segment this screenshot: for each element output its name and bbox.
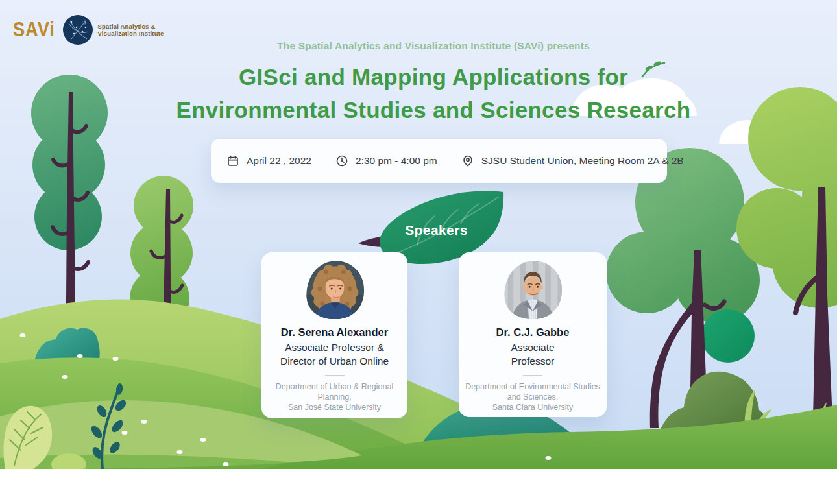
location-item: SJSU Student Union, Meeting Room 2A & 2B [461,154,684,167]
speaker-affiliation-line3: San José State University [261,402,407,413]
speaker-name: Dr. Serena Alexander [261,326,407,339]
speaker-name: Dr. C.J. Gabbe [459,326,607,339]
event-title-line1: GISci and Mapping Applications for [15,60,837,93]
footer: For more information contact savi-urbp@s… [0,469,837,504]
speaker-card: Dr. C.J. Gabbe Associate Professor Depar… [459,252,607,417]
event-info-bar: April 22 , 2022 2:30 pm - 4:00 pm SJSU S… [211,139,667,183]
logo-acronym: SAVi [13,18,55,42]
speaker-role: Associate Professor & Director of Urban … [261,341,407,368]
calendar-icon [226,154,239,167]
event-title-line2: Environmental Studies and Sciences Resea… [15,93,837,126]
speaker-affiliation: Department of Urban & Regional Planning,… [261,381,407,413]
date-item: April 22 , 2022 [226,154,311,167]
speaker-affiliation-line3: Santa Clara University [459,402,607,413]
card-divider [325,375,345,376]
speaker-role-line1: Associate Professor & [261,341,407,354]
event-time: 2:30 pm - 4:00 pm [356,155,437,167]
speakers-label: Speakers [383,222,490,238]
speaker-affiliation-line2: Planning, [261,392,407,402]
speaker-photo [502,259,564,321]
time-item: 2:30 pm - 4:00 pm [335,154,437,167]
card-divider [523,375,542,376]
event-title: GISci and Mapping Applications for Envir… [15,60,837,126]
location-pin-icon [461,154,474,167]
event-date: April 22 , 2022 [247,155,311,167]
speaker-photo [304,259,366,321]
speaker-role-line2: Director of Urban Online [261,354,407,368]
speaker-role: Associate Professor [459,341,607,368]
speaker-role-line2: Professor [459,354,607,368]
speaker-role-line1: Associate [459,341,607,354]
speaker-affiliation-line1: Department of Urban & Regional [261,381,407,392]
presents-tagline: The Spatial Analytics and Visualization … [15,40,837,52]
speaker-affiliation-line1: Department of Environmental Studies [459,381,607,392]
clock-icon [335,154,348,167]
logo-name-line1: Spatial Analytics & [98,23,156,30]
logo-institute-name: Spatial Analytics & Visualization Instit… [98,23,164,38]
speaker-affiliation: Department of Environmental Studies and … [459,381,607,413]
event-flyer: SAVi Spatial Analytics & Visualization I… [0,0,837,504]
event-location: SJSU Student Union, Meeting Room 2A & 2B [481,155,684,167]
speaker-affiliation-line2: and Sciences, [459,392,607,402]
speaker-card: Dr. Serena Alexander Associate Professor… [261,252,407,418]
logo-name-line2: Visualization Institute [98,30,164,37]
